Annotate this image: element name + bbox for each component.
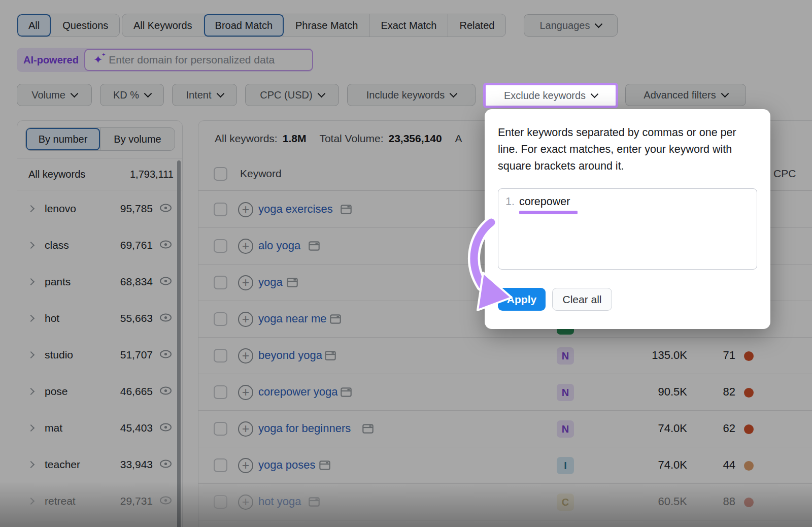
chevron-down-icon [591, 90, 599, 98]
apply-button[interactable]: Apply [498, 288, 546, 311]
keyword-highlight-underline [519, 211, 578, 214]
excluded-keyword-value: corepower [519, 195, 570, 208]
line-number: 1. [505, 195, 515, 214]
clear-all-button[interactable]: Clear all [552, 288, 612, 311]
filter-exclude-keywords[interactable]: Exclude keywords [483, 83, 618, 108]
popup-instructions: Enter keywords separated by commas or on… [498, 124, 754, 175]
exclude-keywords-popup: Enter keywords separated by commas or on… [485, 109, 770, 329]
exclude-keywords-textarea[interactable]: 1. corepower [498, 188, 757, 270]
filter-label: Exclude keywords [504, 90, 586, 102]
